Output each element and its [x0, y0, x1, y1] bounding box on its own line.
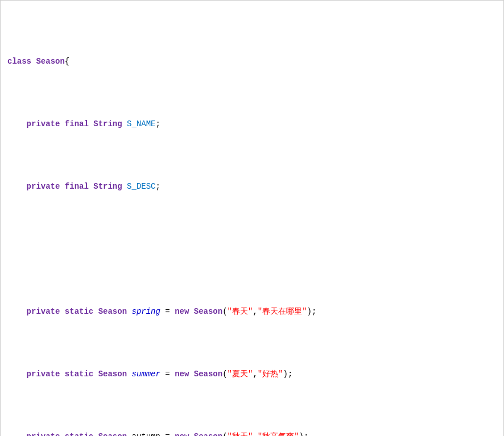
- code-line: private final String S_NAME;: [1, 118, 503, 130]
- code-line: private static Season spring = new Seaso…: [1, 305, 503, 318]
- code-block: class Season{ private final String S_NAM…: [1, 1, 503, 436]
- code-line: private static Season summer = new Seaso…: [1, 368, 503, 380]
- code-line: private final String S_DESC;: [1, 180, 503, 193]
- code-line: [1, 243, 503, 255]
- code-line: private static Season autumn = new Seaso…: [1, 430, 503, 436]
- code-line: class Season{: [1, 55, 503, 68]
- code-container: class Season{ private final String S_NAM…: [0, 0, 504, 436]
